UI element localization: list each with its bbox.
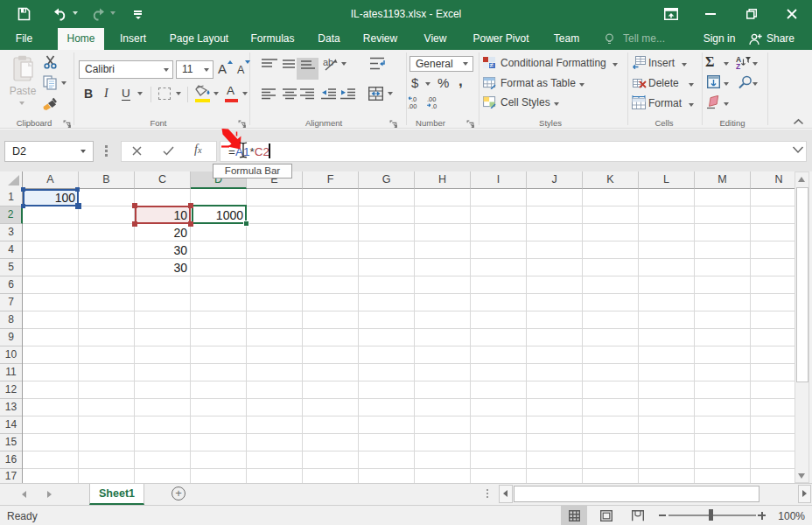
svg-text:Z: Z — [736, 62, 740, 69]
svg-text:ab: ab — [323, 57, 333, 67]
svg-text:.00: .00 — [408, 102, 416, 109]
svg-text:≠: ≠ — [490, 61, 494, 69]
svg-text:.0: .0 — [431, 102, 437, 109]
